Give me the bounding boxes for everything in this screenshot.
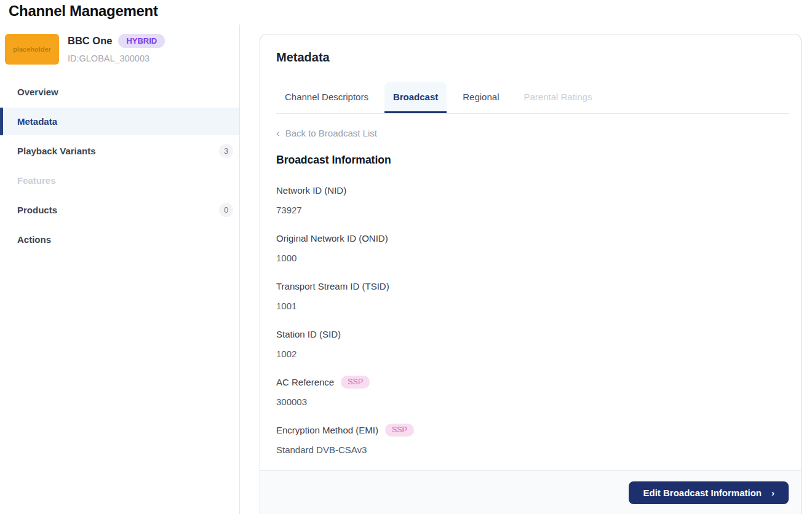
field-value: 300003: [276, 397, 414, 409]
tab-parental-ratings: Parental Ratings: [515, 82, 600, 113]
count-badge: 3: [219, 144, 233, 158]
field-value: Standard DVB-CSAv3: [276, 445, 414, 457]
sidebar-item-playback-variants[interactable]: Playback Variants 3: [0, 137, 239, 165]
section-title: Broadcast Information: [276, 154, 391, 167]
metadata-card: Metadata Channel Descriptors Broadcast R…: [260, 34, 802, 514]
channel-type-badge: HYBRID: [118, 34, 165, 48]
count-badge: 0: [219, 203, 233, 217]
field-network-id-nid: Network ID (NID) 73927: [276, 184, 414, 217]
tab-label: Regional: [463, 92, 499, 102]
sidebar-item-label: Metadata: [17, 116, 57, 127]
card-title: Metadata: [276, 50, 330, 65]
tabs-divider: [276, 113, 789, 114]
tab-label: Channel Descriptors: [285, 92, 368, 102]
field-encryption-method-emi: Encryption Method (EMI) SSP Standard DVB…: [276, 424, 414, 457]
sidebar-item-features: Features: [0, 167, 239, 194]
field-value: 1001: [276, 301, 414, 313]
chevron-right-icon: ›: [771, 488, 774, 498]
field-transport-stream-id-tsid: Transport Stream ID (TSID) 1001: [276, 280, 414, 313]
field-original-network-id-onid: Original Network ID (ONID) 1000: [276, 232, 414, 265]
tab-regional[interactable]: Regional: [454, 82, 507, 113]
sidebar-nav: Overview Metadata Playback Variants 3 Fe…: [0, 78, 239, 255]
channel-name: BBC One: [68, 35, 112, 47]
channel-logo: placeholder: [5, 34, 59, 65]
tab-broadcast[interactable]: Broadcast: [384, 82, 447, 113]
field-station-id-sid: Station ID (SID) 1002: [276, 328, 414, 361]
channel-management-page: Channel Management placeholder BBC One H…: [0, 0, 812, 514]
field-label: AC Reference: [276, 377, 334, 387]
sidebar-item-label: Actions: [17, 234, 51, 245]
sidebar-item-overview[interactable]: Overview: [0, 78, 239, 106]
tab-label: Broadcast: [393, 92, 438, 102]
field-label: Original Network ID (ONID): [276, 233, 388, 243]
sidebar-item-label: Products: [17, 205, 57, 215]
channel-id: ID:GLOBAL_300003: [68, 53, 149, 63]
sidebar-item-metadata[interactable]: Metadata: [0, 108, 239, 135]
field-value: 73927: [276, 205, 414, 217]
sidebar-item-products[interactable]: Products 0: [0, 196, 239, 224]
tab-label: Parental Ratings: [523, 92, 592, 102]
metadata-tabs: Channel Descriptors Broadcast Regional P…: [276, 82, 608, 113]
edit-button-label: Edit Broadcast Information: [643, 488, 762, 498]
page-title: Channel Management: [9, 2, 158, 20]
sidebar-item-label: Overview: [17, 87, 58, 97]
channel-title-row: BBC One HYBRID: [68, 34, 165, 48]
sidebar-item-actions[interactable]: Actions: [0, 226, 239, 253]
back-link-label: Back to Broadcast List: [285, 128, 377, 138]
ssp-badge: SSP: [341, 376, 370, 389]
field-label: Station ID (SID): [276, 329, 341, 339]
field-value: 1002: [276, 349, 414, 361]
tab-channel-descriptors[interactable]: Channel Descriptors: [276, 82, 377, 113]
back-to-broadcast-list-link[interactable]: ‹ Back to Broadcast List: [276, 128, 377, 138]
field-label: Transport Stream ID (TSID): [276, 281, 389, 291]
ssp-badge: SSP: [385, 424, 414, 437]
sidebar-item-label: Playback Variants: [17, 146, 96, 156]
field-value: 1000: [276, 253, 414, 265]
field-label: Encryption Method (EMI): [276, 425, 378, 435]
back-chevron-icon: ‹: [276, 128, 280, 138]
field-ac-reference: AC Reference SSP 300003: [276, 376, 414, 409]
sidebar: placeholder BBC One HYBRID ID:GLOBAL_300…: [0, 25, 240, 514]
channel-logo-text: placeholder: [13, 45, 51, 53]
sidebar-item-label: Features: [17, 175, 56, 186]
edit-broadcast-information-button[interactable]: Edit Broadcast Information ›: [629, 481, 789, 504]
broadcast-fields: Network ID (NID) 73927 Original Network …: [276, 184, 414, 472]
field-label: Network ID (NID): [276, 185, 346, 196]
card-footer: Edit Broadcast Information ›: [260, 470, 801, 514]
